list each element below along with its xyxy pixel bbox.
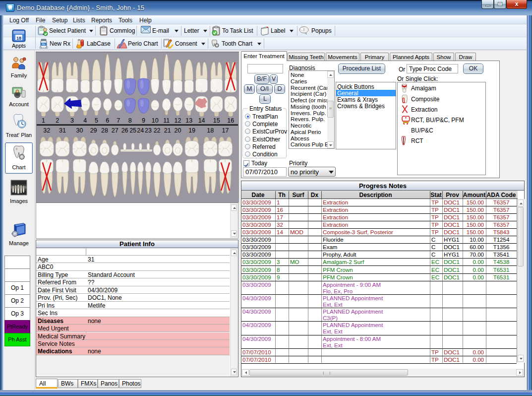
svg-text:7: 7	[117, 117, 120, 124]
svg-text:12: 12	[175, 117, 181, 124]
svg-text:13: 13	[185, 117, 192, 124]
svg-text:2: 2	[56, 117, 59, 124]
svg-text:8: 8	[128, 117, 132, 124]
svg-text:27: 27	[112, 127, 118, 134]
svg-text:21: 21	[164, 127, 171, 134]
svg-text:4: 4	[83, 117, 87, 124]
svg-text:14: 14	[198, 117, 205, 124]
svg-text:16: 16	[227, 117, 234, 124]
svg-text:Rx: Rx	[42, 43, 46, 46]
svg-text:3: 3	[70, 117, 74, 124]
svg-text:28: 28	[101, 127, 108, 134]
svg-text:20: 20	[175, 127, 181, 134]
svg-text:18: 18	[16, 36, 21, 41]
svg-text:5: 5	[95, 117, 98, 124]
svg-text:30: 30	[76, 127, 83, 134]
svg-text:29: 29	[90, 127, 97, 134]
svg-text:1: 1	[42, 117, 45, 124]
svg-text:26: 26	[121, 127, 128, 134]
svg-text:15: 15	[213, 117, 220, 124]
svg-text:6: 6	[106, 117, 109, 124]
svg-text:25: 25	[129, 127, 136, 134]
svg-text:24: 24	[137, 127, 144, 134]
svg-text:17: 17	[222, 127, 229, 134]
svg-text:19: 19	[188, 127, 195, 134]
svg-text:31: 31	[59, 127, 66, 134]
svg-text:18: 18	[207, 127, 214, 134]
svg-text:22: 22	[154, 127, 161, 134]
svg-text:9: 9	[142, 117, 145, 124]
svg-text:11: 11	[163, 117, 170, 124]
svg-text:23: 23	[145, 127, 152, 134]
svg-text:32: 32	[43, 127, 50, 134]
svg-text:10: 10	[152, 117, 159, 124]
